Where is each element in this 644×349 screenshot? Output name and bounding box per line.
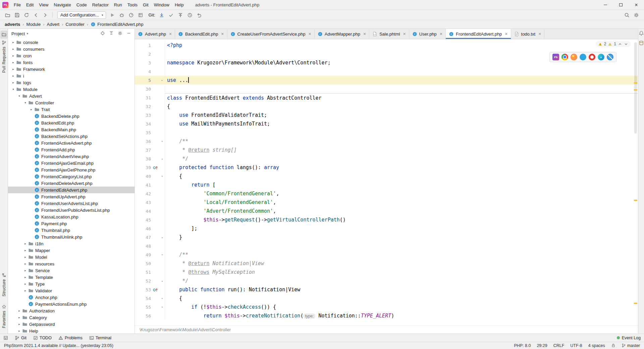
- tree-toggle-icon[interactable]: ▸: [11, 41, 16, 44]
- tree-item[interactable]: ▸Trait: [8, 106, 135, 113]
- tree-item[interactable]: ▸Service: [8, 267, 135, 274]
- edge-icon[interactable]: e: [598, 54, 604, 60]
- editor-tab[interactable]: FrontendEditAdvert.php×: [446, 29, 511, 39]
- commit-icon[interactable]: [167, 11, 175, 19]
- fold-toggle-icon[interactable]: ▾: [160, 303, 165, 311]
- tool-window-switcher-icon[interactable]: [3, 336, 8, 340]
- override-marker-icon[interactable]: [153, 287, 158, 293]
- tree-item[interactable]: ▸i18n: [8, 240, 135, 247]
- tree-item[interactable]: ThumbnailUnlink.php: [8, 234, 135, 240]
- fold-toggle-icon[interactable]: ▾: [160, 172, 165, 181]
- firefox-icon[interactable]: [571, 54, 577, 60]
- event-log-button[interactable]: Event Log: [617, 336, 641, 340]
- tree-item[interactable]: FrontendAdvertView.php: [8, 153, 135, 160]
- warning-stripe-mark[interactable]: [634, 303, 637, 304]
- rollback-icon[interactable]: [195, 11, 204, 19]
- tree-item[interactable]: FrontendEditAdvert.php: [8, 187, 135, 193]
- search-icon[interactable]: [623, 11, 631, 19]
- editor-scrollbar[interactable]: [634, 42, 637, 134]
- tree-item[interactable]: ▸console: [8, 39, 135, 46]
- tree-item[interactable]: ▾Advert: [8, 93, 135, 99]
- tree-item[interactable]: FrontendDeleteAdvert.php: [8, 180, 135, 187]
- run-configuration-select[interactable]: Add Configuration... ▾: [57, 11, 106, 19]
- tree-toggle-icon[interactable]: ▸: [17, 329, 22, 333]
- database-icon[interactable]: [639, 40, 644, 47]
- breadcrumb-item[interactable]: Advert: [46, 21, 60, 28]
- tree-toggle-icon[interactable]: ▸: [17, 309, 22, 312]
- tree-toggle-icon[interactable]: ▸: [11, 67, 16, 71]
- menu-code[interactable]: Code: [74, 1, 90, 9]
- profile-icon[interactable]: [127, 11, 136, 19]
- back-icon[interactable]: [32, 11, 40, 19]
- previous-highlight-icon[interactable]: [618, 42, 622, 46]
- tree-item[interactable]: ▸resources: [8, 260, 135, 267]
- tree-item[interactable]: BackendEdit.php: [8, 119, 135, 126]
- tree-item[interactable]: Thumbnail.php: [8, 227, 135, 234]
- tree-item[interactable]: ▸Validator: [8, 287, 135, 294]
- tree-item[interactable]: FrontendActiveAdvert.php: [8, 140, 135, 146]
- status-widget-master[interactable]: master: [622, 343, 640, 348]
- editor-tab[interactable]: User.php×: [409, 29, 446, 39]
- chrome-icon[interactable]: [561, 54, 568, 60]
- opera-icon[interactable]: [589, 54, 595, 60]
- tree-item[interactable]: BackendMain.php: [8, 126, 135, 133]
- collapse-all-icon[interactable]: [109, 31, 114, 37]
- tree-toggle-icon[interactable]: ▸: [17, 316, 22, 319]
- tree-item[interactable]: Payment.php: [8, 220, 135, 227]
- menu-navigate[interactable]: Navigate: [51, 1, 73, 9]
- safari-icon[interactable]: [607, 54, 613, 60]
- fold-toggle-icon[interactable]: ▸: [160, 76, 165, 85]
- warning-stripe-mark[interactable]: [634, 82, 637, 84]
- tree-toggle-icon[interactable]: ▸: [23, 262, 28, 265]
- sidebar-item-favorites[interactable]: Favorites: [2, 303, 6, 330]
- close-tab-icon[interactable]: ×: [221, 31, 224, 37]
- editor[interactable]: 1<?php23namespace Krugozor\Framework\Mod…: [135, 39, 638, 326]
- menu-tools[interactable]: Tools: [125, 1, 140, 9]
- close-tab-icon[interactable]: ×: [538, 31, 541, 37]
- tree-item[interactable]: FrontendUserPublicAdvertsList.php: [8, 207, 135, 213]
- close-icon[interactable]: ×: [629, 0, 644, 10]
- menu-view[interactable]: View: [36, 1, 51, 9]
- tree-toggle-icon[interactable]: ▸: [23, 242, 28, 245]
- tree-item[interactable]: ▸Type: [8, 281, 135, 287]
- save-icon[interactable]: [13, 11, 21, 19]
- status-widget-utf-8[interactable]: UTF-8: [570, 343, 582, 348]
- sidebar-item-structure[interactable]: Structure: [2, 271, 6, 298]
- tree-item[interactable]: Anchor.php: [8, 294, 135, 301]
- minimize-icon[interactable]: [598, 0, 613, 10]
- fold-toggle-icon[interactable]: ▾: [160, 294, 165, 303]
- close-tab-icon[interactable]: ×: [440, 31, 442, 37]
- menu-help[interactable]: Help: [172, 1, 186, 9]
- menu-window[interactable]: Window: [151, 1, 172, 9]
- maximize-icon[interactable]: [613, 0, 629, 10]
- tree-toggle-icon[interactable]: ▾: [11, 88, 16, 91]
- close-tab-icon[interactable]: ×: [505, 31, 507, 37]
- breadcrumb-item[interactable]: adverts: [4, 21, 21, 28]
- tool-window-button-terminal[interactable]: Terminal: [89, 336, 111, 340]
- update-project-icon[interactable]: [157, 11, 166, 19]
- coverage-icon[interactable]: [136, 11, 145, 19]
- tree-toggle-icon[interactable]: ▸: [11, 54, 16, 57]
- tool-window-button-todo[interactable]: TODO: [33, 336, 52, 340]
- tree-toggle-icon[interactable]: ▸: [23, 249, 28, 252]
- tree-toggle-icon[interactable]: ▸: [23, 276, 28, 279]
- breadcrumb-item[interactable]: Module: [26, 21, 42, 28]
- warning-stripe-mark[interactable]: [634, 89, 637, 91]
- breadcrumb-item[interactable]: FrontendEditAdvert.php: [90, 21, 144, 28]
- open-icon[interactable]: [3, 11, 12, 19]
- tree-item[interactable]: ▾Module: [8, 86, 135, 93]
- notifications-icon[interactable]: [639, 31, 644, 37]
- tree-item[interactable]: ▸Category: [8, 314, 135, 321]
- close-tab-icon[interactable]: ×: [403, 31, 406, 37]
- debug-icon[interactable]: [117, 11, 126, 19]
- tree-item[interactable]: FrontendUserAdvertsList.php: [8, 200, 135, 207]
- tree-item[interactable]: KassaLocation.php: [8, 213, 135, 220]
- sync-icon[interactable]: [22, 11, 31, 19]
- tree-item[interactable]: ▸Model: [8, 254, 135, 260]
- editor-tab[interactable]: CreateUserFromAdvertService.php×: [227, 29, 315, 39]
- menu-git[interactable]: Git: [140, 1, 151, 9]
- tree-item[interactable]: ▸Help: [8, 328, 135, 334]
- editor-tab[interactable]: AdvertMapper.php×: [315, 29, 369, 39]
- status-widget[interactable]: [611, 343, 615, 348]
- project-panel-header[interactable]: Project ▾: [8, 29, 135, 38]
